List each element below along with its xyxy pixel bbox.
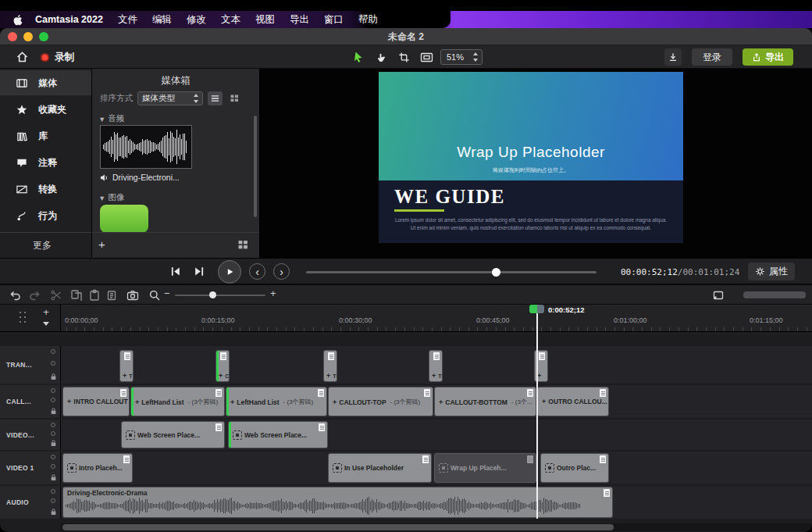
- preview-canvas[interactable]: Wrap Up Placeholder 将媒体拖到时间轴的占位符上。 WE GU…: [261, 69, 812, 258]
- audio-thumbnail[interactable]: [100, 125, 192, 169]
- track-toggle-icon[interactable]: [51, 464, 55, 469]
- screen-placeholder-clip[interactable]: Web Screen Place...: [121, 421, 225, 448]
- edit-cursor-tool-button[interactable]: [350, 48, 367, 66]
- apple-menu-icon[interactable]: [12, 14, 23, 26]
- menu-window[interactable]: 窗口: [324, 13, 344, 27]
- timeline-ruler[interactable]: 0:00:00;00 0:00:15;00 0:00:30;00 0:00:45…: [61, 305, 812, 332]
- list-view-button[interactable]: [208, 91, 223, 105]
- timeline-horizontal-scrollbar[interactable]: [743, 291, 806, 298]
- home-button[interactable]: [14, 50, 30, 64]
- track-lane-audio[interactable]: Driving-Electronic-Drama: [61, 486, 812, 519]
- pan-hand-tool-button[interactable]: [372, 48, 390, 66]
- track-toggle-icon[interactable]: [51, 455, 55, 459]
- callout-clip[interactable]: +INTRO CALLOUT: [62, 387, 130, 416]
- callout-clip[interactable]: +LeftHand List- (3个剪辑): [130, 387, 225, 416]
- timeline-bottom-scrollbar-thumb[interactable]: [62, 524, 614, 530]
- zoom-magnifier-icon[interactable]: [148, 289, 161, 302]
- copy-icon[interactable]: [70, 289, 83, 302]
- scrubber-slider[interactable]: [306, 271, 597, 273]
- screen-placeholder-clip[interactable]: Web Screen Place...: [228, 421, 328, 448]
- menu-modify[interactable]: 修改: [187, 13, 206, 27]
- transition-clip[interactable]: +TI: [323, 350, 337, 382]
- crop-tool-button[interactable]: [395, 48, 412, 66]
- track-toggle-icon[interactable]: [51, 398, 55, 402]
- transition-clip[interactable]: +T: [119, 350, 134, 382]
- sidebar-item-library[interactable]: 库: [0, 123, 91, 148]
- video-placeholder-clip[interactable]: Outro Plac...: [540, 453, 609, 483]
- track-toggle-icon[interactable]: [51, 349, 55, 354]
- track-toggle-icon[interactable]: [51, 498, 55, 503]
- lock-icon[interactable]: [50, 473, 57, 481]
- next-frame-button[interactable]: [193, 265, 206, 278]
- media-bin-scrollbar[interactable]: [254, 116, 257, 217]
- lock-icon[interactable]: [50, 407, 57, 415]
- sidebar-item-favorites[interactable]: 收藏夹: [0, 97, 91, 122]
- track-toggle-icon[interactable]: [51, 423, 55, 427]
- track-toggle-icon[interactable]: [51, 489, 55, 494]
- track-toggle-icon[interactable]: [51, 388, 55, 393]
- fit-scale-tool-button[interactable]: [418, 48, 435, 66]
- track-header-callouts[interactable]: CALL...: [0, 385, 61, 418]
- add-media-button[interactable]: +: [98, 238, 105, 250]
- callout-clip[interactable]: +LeftHand List- (3个剪辑): [226, 387, 327, 416]
- redo-icon[interactable]: [28, 289, 41, 302]
- split-scissors-icon[interactable]: [50, 289, 62, 302]
- lock-icon[interactable]: [50, 439, 57, 447]
- camera-snapshot-icon[interactable]: [126, 289, 139, 302]
- video-placeholder-clip[interactable]: In Use Placeholder: [328, 453, 432, 483]
- track-toggle-icon[interactable]: [51, 361, 55, 366]
- transition-clip[interactable]: +C: [215, 350, 230, 382]
- grid-view-button[interactable]: [227, 91, 242, 105]
- track-lane-video-2[interactable]: Web Screen Place... Web Screen Place...: [61, 420, 812, 450]
- menu-export[interactable]: 导出: [290, 13, 309, 27]
- duplicate-icon[interactable]: [106, 289, 119, 302]
- callout-clip[interactable]: +OUTRO CALLOU...: [537, 387, 609, 416]
- sidebar-more-button[interactable]: 更多: [0, 232, 91, 258]
- video-placeholder-clip-dimmed[interactable]: Wrap Up Placeh...: [434, 453, 536, 483]
- play-button[interactable]: [218, 260, 241, 284]
- image-section-header[interactable]: ▾ 图像: [100, 192, 124, 203]
- sidebar-item-behaviors[interactable]: 行为: [0, 203, 91, 228]
- track-toggle-icon[interactable]: [51, 431, 55, 436]
- track-lane-transitions[interactable]: +T +C +TI +TI +: [61, 346, 812, 384]
- callout-clip[interactable]: +CALLOUT-TOP- (3个剪辑): [328, 387, 433, 416]
- zoom-in-button[interactable]: +: [270, 287, 276, 299]
- playhead-handle[interactable]: [529, 305, 544, 313]
- previous-frame-button[interactable]: [169, 265, 182, 278]
- video-placeholder-clip[interactable]: Intro Placeh...: [62, 453, 133, 483]
- scrubber-thumb[interactable]: [492, 268, 500, 277]
- track-header-video-2[interactable]: VIDEO...: [0, 420, 61, 450]
- record-button[interactable]: 录制: [41, 45, 74, 69]
- track-header-transitions[interactable]: TRAN...: [0, 346, 61, 384]
- track-lane-callouts[interactable]: +INTRO CALLOUT +LeftHand List- (3个剪辑) +L…: [61, 385, 812, 418]
- paste-icon[interactable]: [88, 289, 101, 302]
- sidebar-item-annotations[interactable]: 注释: [0, 150, 91, 175]
- undo-icon[interactable]: [9, 289, 22, 302]
- timeline-bottom-scrollbar[interactable]: [61, 523, 812, 531]
- timeline-zoom-slider[interactable]: [175, 295, 265, 296]
- track-header-video-1[interactable]: VIDEO 1: [0, 452, 61, 484]
- jump-back-button[interactable]: ‹: [249, 263, 265, 280]
- sidebar-item-transitions[interactable]: 转换: [0, 177, 91, 202]
- fit-timeline-icon[interactable]: [712, 289, 725, 302]
- jump-forward-button[interactable]: ›: [273, 263, 290, 280]
- menu-edit[interactable]: 编辑: [152, 13, 172, 27]
- download-button[interactable]: [664, 48, 682, 66]
- lock-icon[interactable]: [50, 373, 57, 380]
- callout-clip[interactable]: +CALLOUT-BOTTOM- (3个...: [434, 387, 536, 416]
- playhead-line[interactable]: [536, 313, 538, 519]
- drag-handle-dots-icon[interactable]: [18, 310, 27, 326]
- menu-text[interactable]: 文本: [221, 13, 240, 27]
- lock-icon[interactable]: [50, 508, 57, 516]
- login-button[interactable]: 登录: [692, 48, 732, 66]
- sidebar-item-media[interactable]: 媒体: [0, 70, 91, 95]
- menu-help[interactable]: 帮助: [358, 13, 378, 27]
- track-lane-video-1[interactable]: Intro Placeh... In Use Placeholder Wrap …: [61, 452, 812, 484]
- add-track-button[interactable]: +: [39, 306, 53, 317]
- zoom-out-button[interactable]: −: [164, 287, 170, 299]
- collapse-tracks-button[interactable]: [39, 318, 53, 329]
- export-button[interactable]: 导出: [743, 48, 793, 66]
- sort-by-dropdown[interactable]: 媒体类型: [137, 91, 203, 105]
- menu-file[interactable]: 文件: [118, 13, 137, 27]
- transition-clip[interactable]: +TI: [429, 350, 443, 382]
